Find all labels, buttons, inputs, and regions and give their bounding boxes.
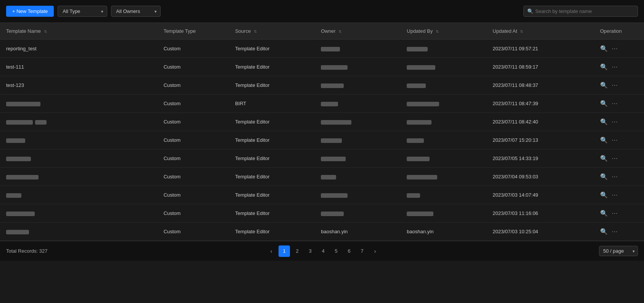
page-5-button[interactable]: 5 (330, 245, 342, 257)
next-page-button[interactable]: › (369, 245, 381, 257)
preview-icon[interactable]: 🔍 (600, 173, 608, 180)
owner-filter-select[interactable]: All Owners (111, 6, 161, 17)
table-row: blurred11CustomTemplate Editorbaoshan.yi… (0, 223, 644, 241)
cell-updated-by: blurred (401, 168, 486, 186)
table-row: blurred10CustomTemplate Editorblurredblu… (0, 204, 644, 223)
col-header-type: Template Type (158, 23, 229, 40)
cell-updated-at: 2023/07/03 10:25:04 (486, 223, 594, 241)
search-icon: 🔍 (527, 8, 533, 14)
more-options-icon[interactable]: ⋯ (612, 155, 618, 162)
page-1-button[interactable]: 1 (279, 245, 290, 257)
total-records: Total Records: 327 (6, 248, 47, 254)
table-row: test-111CustomTemplate Editorblurredblur… (0, 58, 644, 76)
preview-icon[interactable]: 🔍 (600, 228, 608, 235)
prev-page-button[interactable]: ‹ (266, 245, 277, 257)
preview-icon[interactable]: 🔍 (600, 45, 608, 52)
col-header-owner[interactable]: Owner ⇅ (315, 23, 401, 40)
more-options-icon[interactable]: ⋯ (612, 136, 618, 144)
template-table: Template Name ⇅ Template Type Source ⇅ O… (0, 23, 644, 241)
cell-template-type: Custom (158, 76, 229, 95)
preview-icon[interactable]: 🔍 (600, 100, 608, 107)
cell-source: Template Editor (229, 223, 315, 241)
cell-operation: 🔍 ⋯ (594, 149, 644, 168)
cell-owner: blurred (315, 95, 401, 113)
preview-icon[interactable]: 🔍 (600, 82, 608, 89)
sort-icon-name: ⇅ (44, 29, 47, 34)
cell-source: Template Editor (229, 168, 315, 186)
cell-template-type: Custom (158, 58, 229, 76)
cell-template-type: Custom (158, 186, 229, 204)
more-options-icon[interactable]: ⋯ (612, 118, 618, 125)
more-options-icon[interactable]: ⋯ (612, 210, 618, 217)
cell-template-name: blurred7 (0, 149, 158, 168)
cell-template-name: blurred4 (0, 95, 158, 113)
type-filter-select[interactable]: All Type Custom System (58, 6, 107, 17)
cell-updated-at: 2023/07/04 09:53:03 (486, 168, 594, 186)
cell-operation: 🔍 ⋯ (594, 168, 644, 186)
page-2-button[interactable]: 2 (291, 245, 303, 257)
more-options-icon[interactable]: ⋯ (612, 228, 618, 235)
cell-owner: blurred (315, 204, 401, 223)
per-page-select[interactable]: 10 / page 20 / page 50 / page 100 / page (599, 246, 638, 256)
preview-icon[interactable]: 🔍 (600, 155, 608, 162)
col-header-source[interactable]: Source ⇅ (229, 23, 315, 40)
cell-owner: blurred (315, 149, 401, 168)
cell-source: Template Editor (229, 40, 315, 58)
cell-source: Template Editor (229, 58, 315, 76)
cell-updated-at: 2023/07/03 14:07:49 (486, 186, 594, 204)
cell-owner: blurred (315, 76, 401, 95)
more-options-icon[interactable]: ⋯ (612, 45, 618, 52)
toolbar: + New Template All Type Custom System Al… (0, 0, 644, 23)
more-options-icon[interactable]: ⋯ (612, 100, 618, 107)
cell-source: Template Editor (229, 149, 315, 168)
preview-icon[interactable]: 🔍 (600, 210, 608, 217)
cell-template-name: reporting_test (0, 40, 158, 58)
col-header-updated-by[interactable]: Updated By ⇅ (401, 23, 486, 40)
cell-owner: baoshan.yin (315, 223, 401, 241)
cell-updated-by: blurred (401, 40, 486, 58)
sort-icon-source: ⇅ (254, 29, 257, 34)
col-header-updated-at[interactable]: Updated At ⇅ (486, 23, 594, 40)
cell-template-type: Custom (158, 168, 229, 186)
cell-source: Template Editor (229, 186, 315, 204)
col-header-name[interactable]: Template Name ⇅ (0, 23, 158, 40)
page-7-button[interactable]: 7 (356, 245, 368, 257)
more-options-icon[interactable]: ⋯ (612, 82, 618, 89)
cell-updated-by: blurred (401, 186, 486, 204)
cell-updated-at: 2023/07/11 08:47:39 (486, 95, 594, 113)
cell-operation: 🔍 ⋯ (594, 95, 644, 113)
table-row: blurred9CustomTemplate Editorblurredblur… (0, 186, 644, 204)
owner-filter-wrap: All Owners (111, 6, 161, 17)
new-template-button[interactable]: + New Template (6, 6, 54, 17)
sort-icon-updated-at: ⇅ (520, 29, 523, 34)
cell-operation: 🔍 ⋯ (594, 58, 644, 76)
pagination: ‹ 1 2 3 4 5 6 7 › (266, 245, 381, 257)
more-options-icon[interactable]: ⋯ (612, 191, 618, 199)
preview-icon[interactable]: 🔍 (600, 191, 608, 199)
type-filter-wrap: All Type Custom System (58, 6, 107, 17)
cell-owner: blurred (315, 168, 401, 186)
preview-icon[interactable]: 🔍 (600, 136, 608, 144)
more-options-icon[interactable]: ⋯ (612, 63, 618, 71)
cell-owner: blurred (315, 131, 401, 149)
more-options-icon[interactable]: ⋯ (612, 173, 618, 180)
cell-template-name: blurred5xx (0, 113, 158, 131)
cell-operation: 🔍 ⋯ (594, 113, 644, 131)
cell-updated-at: 2023/07/05 14:33:19 (486, 149, 594, 168)
cell-owner: blurred (315, 186, 401, 204)
sort-icon-owner: ⇅ (338, 29, 341, 34)
page-3-button[interactable]: 3 (304, 245, 316, 257)
page-6-button[interactable]: 6 (343, 245, 355, 257)
cell-updated-by: blurred (401, 58, 486, 76)
cell-updated-by: blurred (401, 113, 486, 131)
cell-template-type: Custom (158, 149, 229, 168)
cell-template-name: blurred9 (0, 186, 158, 204)
cell-updated-at: 2023/07/11 09:57:21 (486, 40, 594, 58)
page-4-button[interactable]: 4 (317, 245, 329, 257)
preview-icon[interactable]: 🔍 (600, 118, 608, 125)
cell-source: BIRT (229, 95, 315, 113)
cell-template-name: test-111 (0, 58, 158, 76)
cell-updated-by: blurred (401, 149, 486, 168)
search-input[interactable] (523, 6, 638, 17)
preview-icon[interactable]: 🔍 (600, 63, 608, 71)
